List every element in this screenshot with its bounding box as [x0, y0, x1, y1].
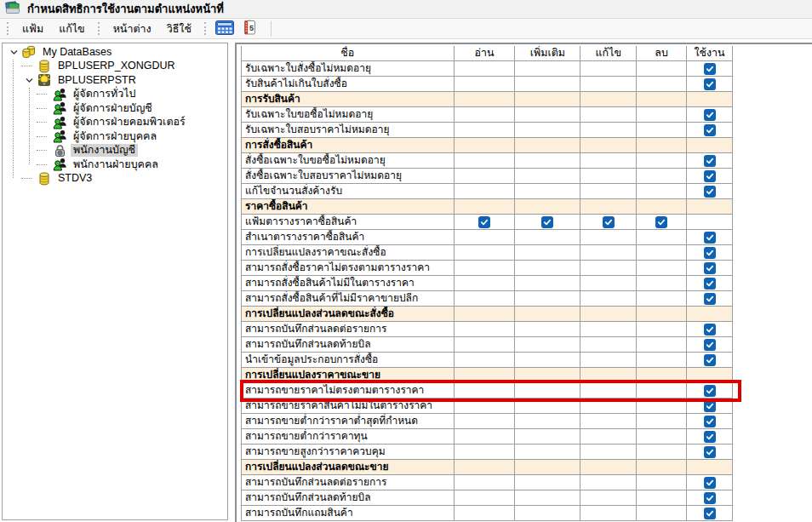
- tree-item-5[interactable]: ผู้จัดการฝ่ายคอมพิวเตอร์: [3, 116, 227, 130]
- cell-use[interactable]: [687, 169, 733, 183]
- cell-read[interactable]: [455, 138, 516, 152]
- permission-row[interactable]: สามารถบันทึกส่วนลดต่อรายการ: [242, 322, 733, 337]
- cell-delete[interactable]: [637, 291, 687, 306]
- cell-use[interactable]: [687, 399, 733, 413]
- cell-read[interactable]: [455, 460, 516, 474]
- section-row[interactable]: การเปลี่ยนแปลงส่วนลดขณะสั่งซื้อ: [242, 307, 733, 322]
- cell-delete[interactable]: [637, 414, 687, 428]
- section-row[interactable]: ราคาซื้อสินค้า: [242, 199, 733, 215]
- cell-use[interactable]: [687, 353, 733, 367]
- cell-use[interactable]: [687, 475, 733, 490]
- cell-delete[interactable]: [637, 399, 687, 413]
- cell-delete[interactable]: [637, 506, 687, 520]
- cell-edit[interactable]: [580, 475, 637, 490]
- cell-use[interactable]: [687, 383, 733, 398]
- cell-add[interactable]: [515, 276, 580, 290]
- cell-edit[interactable]: [580, 445, 637, 459]
- section-row[interactable]: การสั่งซื้อสินค้า: [242, 138, 733, 153]
- cell-edit[interactable]: [580, 153, 637, 168]
- cell-delete[interactable]: [637, 368, 687, 382]
- cell-read[interactable]: [455, 107, 516, 122]
- cell-use[interactable]: [687, 123, 733, 137]
- cell-edit[interactable]: [580, 460, 637, 474]
- tree-item-6[interactable]: ผู้จัดการฝ่ายบุคคล: [3, 129, 227, 144]
- cell-use[interactable]: [687, 337, 733, 352]
- cell-delete[interactable]: [637, 261, 687, 275]
- section-row[interactable]: การเปลี่ยนแปลงราคาขณะขาย: [242, 368, 733, 383]
- cell-read[interactable]: [455, 399, 516, 413]
- permission-row[interactable]: นำเข้าข้อมูลประกอบการสั่งซื้อ: [242, 353, 733, 368]
- cell-edit[interactable]: [580, 291, 637, 306]
- cell-edit[interactable]: [580, 123, 637, 137]
- cell-add[interactable]: [515, 169, 580, 183]
- cell-delete[interactable]: [637, 276, 687, 290]
- cell-edit[interactable]: [580, 199, 637, 214]
- cell-use[interactable]: [687, 276, 733, 290]
- chevron-down-icon[interactable]: [6, 49, 21, 56]
- cell-add[interactable]: [515, 77, 580, 91]
- cell-edit[interactable]: [580, 138, 637, 152]
- cell-add[interactable]: [515, 184, 580, 198]
- cell-use[interactable]: [687, 445, 733, 459]
- permission-row[interactable]: สามารถขายราคาไม่ตรงตามตารางราคา: [242, 383, 733, 399]
- checkbox-checked[interactable]: [704, 186, 716, 198]
- cell-add[interactable]: [515, 429, 580, 444]
- cell-delete[interactable]: [637, 353, 687, 367]
- permission-row[interactable]: สามารถสั่งซื้อสินค้าไม่มีในตารางราคา: [242, 276, 733, 291]
- cell-read[interactable]: [455, 307, 516, 321]
- checkbox-checked[interactable]: [478, 216, 490, 228]
- cell-add[interactable]: [515, 138, 580, 152]
- cell-use[interactable]: [687, 506, 733, 520]
- cell-edit[interactable]: [580, 337, 637, 352]
- permission-row[interactable]: สามารถขายต่ำกว่าราคาต่ำสุดที่กำหนด: [242, 414, 733, 429]
- cell-add[interactable]: [515, 383, 580, 398]
- checkbox-checked[interactable]: [655, 216, 667, 228]
- tree-item-0[interactable]: My DataBases: [3, 45, 227, 60]
- cell-add[interactable]: [515, 230, 580, 244]
- cell-edit[interactable]: [580, 399, 637, 413]
- checkbox-checked[interactable]: [704, 109, 716, 121]
- cell-read[interactable]: [455, 215, 516, 229]
- cell-delete[interactable]: [637, 77, 687, 91]
- checkbox-checked[interactable]: [704, 155, 716, 167]
- cell-add[interactable]: [515, 61, 580, 76]
- permission-row[interactable]: แก้ไขจำนวนสั่งค้างรับ: [242, 184, 733, 199]
- cell-use[interactable]: [687, 215, 733, 229]
- cell-read[interactable]: [455, 169, 516, 183]
- checkbox-checked[interactable]: [704, 78, 716, 90]
- cell-read[interactable]: [455, 337, 516, 352]
- cell-delete[interactable]: [637, 61, 687, 76]
- cell-add[interactable]: [515, 368, 580, 382]
- cell-add[interactable]: [515, 123, 580, 137]
- cell-add[interactable]: [515, 490, 580, 505]
- cell-read[interactable]: [455, 322, 516, 336]
- cell-read[interactable]: [455, 92, 516, 106]
- cell-add[interactable]: [515, 153, 580, 168]
- permission-row[interactable]: รับสินค้าไม่เกินใบสั่งซื้อ: [242, 77, 733, 92]
- cell-add[interactable]: [515, 475, 580, 490]
- cell-use[interactable]: [687, 261, 733, 275]
- cell-use[interactable]: [687, 490, 733, 505]
- cell-read[interactable]: [455, 199, 516, 214]
- checkbox-checked[interactable]: [704, 385, 716, 397]
- tree-item-3[interactable]: ผู้จัดการทั่วไป: [3, 88, 227, 102]
- permission-row[interactable]: สามารถบันทึกส่วนลดท้ายบิล: [242, 490, 733, 506]
- cell-delete[interactable]: [637, 383, 687, 398]
- permission-row[interactable]: แฟ้มตารางราคาซื้อสินค้า: [242, 215, 733, 230]
- checkbox-checked[interactable]: [704, 278, 716, 290]
- cell-read[interactable]: [455, 414, 516, 428]
- checkbox-checked[interactable]: [704, 400, 716, 412]
- cell-use[interactable]: [687, 414, 733, 428]
- cell-delete[interactable]: [637, 475, 687, 490]
- cell-add[interactable]: [515, 414, 580, 428]
- checkbox-checked[interactable]: [704, 324, 716, 336]
- tree-item-7[interactable]: พนักงานบัญชี: [3, 144, 227, 158]
- cell-use[interactable]: [687, 184, 733, 198]
- cell-use[interactable]: [687, 138, 733, 152]
- cell-use[interactable]: [687, 322, 733, 336]
- checkbox-checked[interactable]: [704, 170, 716, 182]
- cell-use[interactable]: [687, 429, 733, 444]
- menu-edit[interactable]: แก้ไข: [51, 19, 92, 39]
- cell-read[interactable]: [455, 368, 516, 382]
- checkbox-checked[interactable]: [704, 247, 716, 259]
